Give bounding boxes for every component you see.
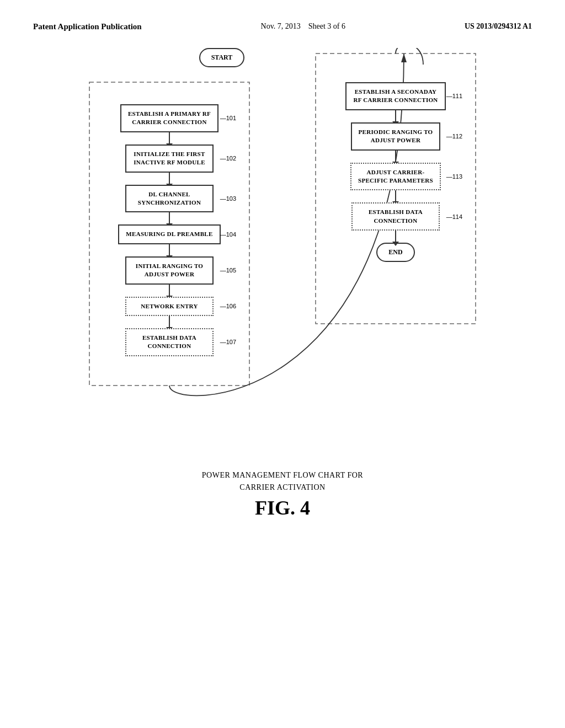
- page: Patent Application Publication Nov. 7, 2…: [0, 0, 565, 728]
- caption-line2: CARRIER ACTIVATION: [33, 483, 532, 492]
- box-112-row: PERIODIC RANGING TOADJUST POWER —112: [323, 122, 468, 151]
- label-102: —102: [220, 155, 236, 162]
- box-101-row: ESTABLISH A PRIMARY RFCARRIER CONNECTION…: [97, 104, 242, 132]
- fig-label: FIG. 4: [33, 496, 532, 520]
- box-113: ADJUST CARRIER-SPECIFIC PARAMETERS: [350, 163, 441, 191]
- publication-label: Patent Application Publication: [33, 22, 142, 31]
- box-102: INITIALIZE THE FIRSTINACTIVE RF MODULE: [125, 144, 214, 173]
- start-arrow: [84, 67, 481, 79]
- arrow-114-end: [395, 231, 396, 243]
- caption-line1: POWER MANAGEMENT FLOW CHART FOR: [33, 471, 532, 480]
- box-102-row: INITIALIZE THE FIRSTINACTIVE RF MODULE —…: [97, 144, 242, 173]
- box-103-row: DL CHANNELSYNCHRONIZATION —103: [97, 185, 242, 213]
- arrow-111-112: [395, 110, 396, 122]
- box-106: NETWORK ENTRY: [125, 297, 214, 316]
- right-flow-column: ESTABLISH A SECONADAYRF CARRIER CONNECTI…: [316, 53, 476, 270]
- start-bubble-wrapper: START: [84, 48, 481, 67]
- arrow-112-113: [395, 151, 396, 163]
- arrow-104-105: [169, 244, 170, 256]
- date-label: Nov. 7, 2013: [261, 22, 301, 30]
- box-105-row: INITIAL RANGING TOADJUST POWER —105: [97, 256, 242, 285]
- box-111-row: ESTABLISH A SECONADAYRF CARRIER CONNECTI…: [323, 82, 468, 110]
- box-107: ESTABLISH DATACONNECTION: [125, 328, 214, 356]
- arrow-113-114: [395, 190, 396, 202]
- box-114-row: ESTABLISH DATACONNECTION —114: [323, 202, 468, 231]
- label-104: —104: [220, 231, 236, 238]
- box-107-row: ESTABLISH DATACONNECTION —107: [97, 328, 242, 356]
- label-107: —107: [220, 339, 236, 345]
- label-112: —112: [446, 133, 462, 140]
- label-113: —113: [446, 173, 462, 180]
- box-114: ESTABLISH DATACONNECTION: [351, 202, 440, 231]
- box-103: DL CHANNELSYNCHRONIZATION: [125, 185, 214, 213]
- arrow-106-107: [169, 316, 170, 328]
- label-114: —114: [446, 213, 462, 220]
- box-112: PERIODIC RANGING TOADJUST POWER: [351, 122, 441, 151]
- box-105: INITIAL RANGING TOADJUST POWER: [125, 256, 214, 285]
- label-106: —106: [220, 303, 236, 309]
- arrow-101-102: [169, 132, 170, 144]
- label-101: —101: [220, 115, 236, 121]
- label-111: —111: [446, 93, 462, 99]
- label-103: —103: [220, 195, 236, 202]
- arrow-102-103: [169, 173, 170, 185]
- sheet-label: Sheet 3 of 6: [308, 22, 345, 30]
- box-111: ESTABLISH A SECONADAYRF CARRIER CONNECTI…: [345, 82, 445, 110]
- start-box: START: [199, 48, 245, 67]
- box-104-row: MEASURING DL PREAMBLE —104: [97, 224, 242, 244]
- box-113-row: ADJUST CARRIER-SPECIFIC PARAMETERS —113: [323, 163, 468, 191]
- left-flow-column: ESTABLISH A PRIMARY RFCARRIER CONNECTION…: [89, 82, 249, 364]
- box-101: ESTABLISH A PRIMARY RFCARRIER CONNECTION: [120, 104, 218, 132]
- caption-area: POWER MANAGEMENT FLOW CHART FOR CARRIER …: [33, 471, 532, 520]
- patent-number: US 2013/0294312 A1: [465, 22, 532, 31]
- arrow-103-104: [169, 212, 170, 224]
- box-104: MEASURING DL PREAMBLE: [118, 224, 220, 244]
- header: Patent Application Publication Nov. 7, 2…: [33, 22, 532, 31]
- box-106-row: NETWORK ENTRY —106: [97, 297, 242, 316]
- header-center: Nov. 7, 2013 Sheet 3 of 6: [261, 22, 345, 31]
- arrow-105-106: [169, 285, 170, 297]
- label-105: —105: [220, 267, 236, 274]
